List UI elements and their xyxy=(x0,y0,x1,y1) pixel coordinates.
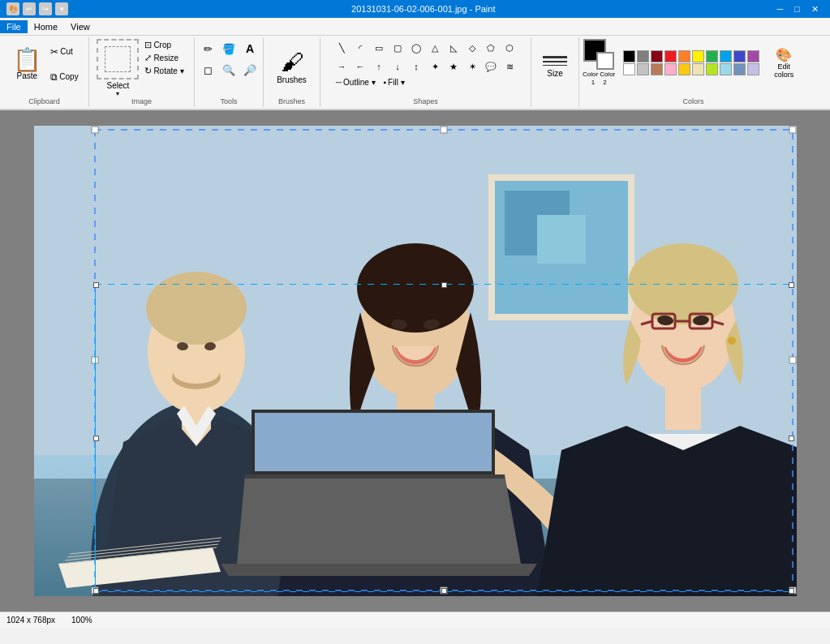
select-dropdown-arrow[interactable]: ▾ xyxy=(116,90,119,97)
image-buttons: ⊡ Crop ⤢ Resize ↻ Rotate ▾ xyxy=(142,39,186,88)
redo-icon[interactable]: ↪ xyxy=(39,2,52,15)
color-cell[interactable] xyxy=(747,50,759,62)
text-button[interactable]: A xyxy=(240,39,260,58)
maximize-button[interactable]: □ xyxy=(789,4,805,15)
tools-row1: ✏ 🪣 A xyxy=(198,39,260,58)
shape-callout[interactable]: 💬 xyxy=(482,58,500,75)
color-cell[interactable] xyxy=(720,63,732,75)
resize-label: Resize xyxy=(153,54,178,62)
color-cell[interactable] xyxy=(733,50,746,62)
shapes-group: ╲ ◜ ▭ ▢ ◯ △ ◺ ◇ ⬠ ⬡ → ← ↑ ↓ ↕ ✦ xyxy=(320,37,531,107)
crop-button[interactable]: ⊡ Crop xyxy=(142,39,186,51)
canvas-wrapper xyxy=(34,126,797,596)
image-group-content: Select ▾ ⊡ Crop ⤢ Resize ↻ Rotate ▾ xyxy=(97,39,186,120)
shape-line[interactable]: ╲ xyxy=(333,39,350,57)
shape-right-triangle[interactable]: ◺ xyxy=(445,39,462,57)
color-cell[interactable] xyxy=(623,50,635,62)
magnifier-button[interactable]: 🔎 xyxy=(240,60,260,79)
color-cell[interactable] xyxy=(651,50,663,62)
canvas-image[interactable] xyxy=(34,126,797,596)
ribbon: 📋 Paste ✂ Cut ⧉ Copy Clipboard xyxy=(0,36,830,110)
color-cell[interactable] xyxy=(747,63,759,75)
select-button[interactable] xyxy=(97,39,139,79)
shape-rounded-rect[interactable]: ▢ xyxy=(389,39,406,57)
shape-pentagon[interactable]: ⬠ xyxy=(482,39,500,57)
color-cell[interactable] xyxy=(664,63,677,75)
copy-button[interactable]: ⧉ Copy xyxy=(48,71,80,84)
color-cell[interactable] xyxy=(692,50,704,62)
pencil-button[interactable]: ✏ xyxy=(198,39,217,58)
outline-button[interactable]: ─ Outline ▾ xyxy=(333,77,379,88)
color2-swatch[interactable] xyxy=(596,52,614,70)
select-label: Select xyxy=(106,81,129,90)
colors-group: Color Color 1 2 xyxy=(579,37,807,107)
menu-view[interactable]: View xyxy=(64,20,97,33)
undo-icon[interactable]: ↩ xyxy=(23,2,36,15)
edit-colors-label: Editcolors xyxy=(774,62,793,79)
tools-group-content: ✏ 🪣 A ◻ 🔍 🔎 xyxy=(198,39,260,105)
color-cell[interactable] xyxy=(651,63,663,75)
color-labels: Color Color xyxy=(583,71,615,78)
color-cell[interactable] xyxy=(637,63,649,75)
shape-arrow-down[interactable]: ↓ xyxy=(389,58,406,75)
shape-4way-arrow[interactable]: ↕ xyxy=(407,58,425,75)
color-picker-button[interactable]: 🔍 xyxy=(219,60,239,79)
window-controls: ─ □ ✕ xyxy=(772,4,824,15)
color-cell[interactable] xyxy=(623,63,635,75)
clipboard-small-buttons: ✂ Cut ⧉ Copy xyxy=(48,39,80,89)
color-grid-container xyxy=(620,50,760,75)
shape-arrow-left[interactable]: ← xyxy=(351,58,369,75)
shape-triangle[interactable]: △ xyxy=(426,39,444,57)
color-cell[interactable] xyxy=(678,50,690,62)
outline-label: Outline ▾ xyxy=(343,78,375,87)
color-cell[interactable] xyxy=(692,63,704,75)
tools-group: ✏ 🪣 A ◻ 🔍 🔎 Tools xyxy=(195,37,264,107)
size-group: Size xyxy=(531,37,579,107)
select-rect-icon xyxy=(105,46,131,72)
fill-button[interactable]: 🪣 xyxy=(219,39,239,58)
fill-color-button[interactable]: ▪ Fill ▾ xyxy=(381,77,408,88)
paste-button[interactable]: 📋 Paste xyxy=(7,39,46,89)
color-cell[interactable] xyxy=(678,63,690,75)
shape-star6[interactable]: ✶ xyxy=(463,58,481,75)
color-cell[interactable] xyxy=(706,63,718,75)
close-button[interactable]: ✕ xyxy=(806,4,824,15)
fill-label: Fill ▾ xyxy=(388,78,405,87)
color2-label: Color xyxy=(600,71,615,78)
cut-label: Cut xyxy=(60,47,73,56)
shape-curve[interactable]: ◜ xyxy=(351,39,369,57)
brushes-button[interactable]: 🖌 Brushes xyxy=(271,39,313,105)
shape-ellipse[interactable]: ◯ xyxy=(407,39,425,57)
edit-colors-button[interactable]: 🎨 Editcolors xyxy=(763,45,804,80)
crop-label: Crop xyxy=(153,41,171,49)
menu-home[interactable]: Home xyxy=(28,20,64,33)
clipboard-group: 📋 Paste ✂ Cut ⧉ Copy Clipboard xyxy=(0,37,89,107)
edit-colors-icon: 🎨 xyxy=(776,47,792,62)
shape-hexagon[interactable]: ⬡ xyxy=(501,39,518,57)
color-cell[interactable] xyxy=(720,50,732,62)
shape-star5[interactable]: ★ xyxy=(445,58,462,75)
menu-file[interactable]: File xyxy=(0,20,28,33)
resize-button[interactable]: ⤢ Resize xyxy=(142,52,186,64)
shape-rect[interactable]: ▭ xyxy=(370,39,388,57)
size-line-thin xyxy=(543,65,567,66)
shape-scroll[interactable]: ≋ xyxy=(501,58,518,75)
shapes-section: ╲ ◜ ▭ ▢ ◯ △ ◺ ◇ ⬠ ⬡ → ← ↑ ↓ ↕ ✦ xyxy=(333,39,518,105)
shape-star4[interactable]: ✦ xyxy=(426,58,444,75)
eraser-button[interactable]: ◻ xyxy=(198,60,217,79)
app-icon: 🎨 xyxy=(6,2,19,15)
color-cell[interactable] xyxy=(706,50,718,62)
color-cell[interactable] xyxy=(637,50,649,62)
minimize-button[interactable]: ─ xyxy=(772,4,789,15)
color-cell[interactable] xyxy=(733,63,746,75)
shape-diamond[interactable]: ◇ xyxy=(463,39,481,57)
colors-label: Colors xyxy=(579,97,807,105)
color-cell[interactable] xyxy=(664,50,677,62)
colors-top: Color Color 1 2 xyxy=(583,39,804,86)
quick-access-icon[interactable]: ▾ xyxy=(55,2,68,15)
size-button[interactable] xyxy=(543,56,567,66)
cut-button[interactable]: ✂ Cut xyxy=(48,45,80,58)
shape-arrow-right[interactable]: → xyxy=(333,58,350,75)
shape-arrow-up[interactable]: ↑ xyxy=(370,58,388,75)
rotate-button[interactable]: ↻ Rotate ▾ xyxy=(142,65,186,77)
